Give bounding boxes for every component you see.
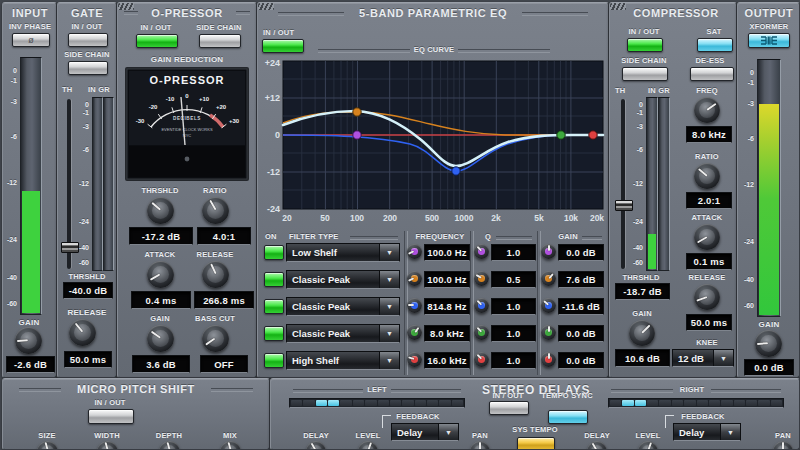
eq-band3-on-button[interactable] [264, 299, 284, 314]
eq-band1-freq-knob[interactable] [407, 244, 422, 259]
eq-band3-gain-knob[interactable] [541, 298, 556, 313]
delays-inout-button[interactable] [489, 401, 529, 415]
eq-band2-freq-value: 100.0 Hz [424, 271, 470, 288]
eq-curve-graph[interactable]: +24+12 0-12 -24 2050 100200 5001000 2k5k… [259, 57, 607, 227]
opressor-section: O-PRESSOR IN / OUT SIDE CHAIN GAIN REDUC… [117, 2, 257, 378]
pitch-depth-knob[interactable] [159, 441, 180, 450]
eq-band2-gain-knob[interactable] [541, 271, 556, 286]
opressor-attack-knob[interactable] [147, 261, 174, 288]
opressor-inout-button[interactable] [136, 34, 178, 48]
delay-right-pan-knob[interactable] [773, 441, 793, 450]
eq-band3-freq-knob[interactable] [407, 298, 422, 313]
delay-left-mode-dropdown[interactable]: Delay▼ [391, 423, 459, 441]
xformer-button[interactable] [748, 33, 790, 48]
opressor-basscut-knob[interactable] [202, 325, 229, 352]
eq-band3-node[interactable] [452, 167, 460, 175]
gate-section: GATE IN / OUT SIDE CHAIN TH IN GR 0-1 -3… [57, 2, 117, 378]
comp-sat-button[interactable] [697, 38, 733, 52]
gate-inout-label: IN / OUT [71, 22, 102, 31]
delay-right-level-knob[interactable] [638, 441, 658, 450]
comp-sidechain-label: SIDE CHAIN [621, 56, 666, 65]
corner-screw [610, 3, 626, 10]
dropdown-arrow-icon[interactable]: ▼ [379, 352, 399, 369]
eq-band2-q-knob[interactable] [474, 271, 489, 286]
eq-band4-gain-knob[interactable] [541, 325, 556, 340]
comp-attack-knob[interactable] [694, 224, 720, 250]
delay-left-pan-knob[interactable] [470, 441, 490, 450]
opressor-gain-value: 3.6 dB [132, 355, 190, 373]
comp-sidechain-button[interactable] [622, 67, 668, 81]
comp-gain-value: 10.6 dB [615, 349, 670, 367]
opressor-thrshld-knob[interactable] [147, 197, 174, 224]
eq-band5-freq-knob[interactable] [407, 352, 422, 367]
opressor-title: O-PRESSOR [151, 7, 222, 19]
opressor-release-label: RELEASE [197, 250, 234, 259]
eq-band5-gain-knob[interactable] [541, 352, 556, 367]
delay-left-delay-knob[interactable] [306, 441, 326, 450]
comp-release-knob[interactable] [694, 284, 720, 310]
comp-freq-knob[interactable] [694, 97, 720, 123]
output-gain-knob[interactable] [755, 330, 782, 357]
comp-gain-knob[interactable] [629, 320, 655, 346]
comp-knee-dropdown[interactable]: 12 dB▼ [672, 349, 734, 367]
eq-band5-q-knob[interactable] [474, 352, 489, 367]
delay-right-mode-dropdown[interactable]: Delay▼ [673, 423, 741, 441]
comp-inout-button[interactable] [627, 38, 663, 52]
svg-text:-24: -24 [267, 204, 280, 214]
comp-ratio-knob[interactable] [694, 163, 720, 189]
dropdown-arrow-icon[interactable]: ▼ [379, 298, 399, 315]
gate-sidechain-button[interactable] [68, 61, 108, 75]
pitch-inout-button[interactable] [88, 409, 134, 424]
dropdown-arrow-icon[interactable]: ▼ [713, 350, 733, 366]
eq-band1-q-value: 1.0 [491, 244, 536, 261]
eq-band2-node[interactable] [353, 108, 361, 116]
inv-phase-button[interactable]: ø [12, 33, 50, 47]
eq-band2-q-value: 0.5 [491, 271, 536, 288]
eq-band1-node[interactable] [353, 131, 361, 139]
delay-right-delay-knob[interactable] [587, 441, 607, 450]
pitch-depth-label: DEPTH [156, 431, 182, 440]
comp-sat-label: SAT [706, 27, 721, 36]
eq-band1-q-knob[interactable] [474, 244, 489, 259]
eq-band4-type-dropdown[interactable]: Classic Peak▼ [286, 324, 400, 343]
eq-band2-gain-value: 7.6 dB [558, 271, 604, 288]
eq-band5-type-dropdown[interactable]: High Shelf▼ [286, 351, 400, 370]
dropdown-arrow-icon[interactable]: ▼ [720, 424, 740, 440]
eq-band1-type-dropdown[interactable]: Low Shelf▼ [286, 243, 400, 262]
eq-band4-on-button[interactable] [264, 326, 284, 341]
opressor-gain-knob[interactable] [147, 325, 174, 352]
eq-band1-gain-knob[interactable] [541, 244, 556, 259]
eq-band3-q-knob[interactable] [474, 298, 489, 313]
output-meter-fill [759, 104, 779, 315]
comp-deess-button[interactable] [690, 67, 734, 81]
sys-tempo-button[interactable] [517, 437, 555, 450]
eq-band2-freq-knob[interactable] [407, 271, 422, 286]
dropdown-arrow-icon[interactable]: ▼ [438, 424, 458, 440]
eq-band1-on-button[interactable] [264, 245, 284, 260]
tempo-sync-button[interactable] [548, 410, 588, 424]
dropdown-arrow-icon[interactable]: ▼ [379, 325, 399, 342]
opressor-sidechain-button[interactable] [199, 34, 241, 48]
eq-band2-type-dropdown[interactable]: Classic Peak▼ [286, 270, 400, 289]
gate-inout-button[interactable] [68, 33, 108, 47]
gate-release-knob[interactable] [69, 319, 96, 346]
gate-release-label: RELEASE [67, 308, 106, 317]
eq-band4-freq-knob[interactable] [407, 325, 422, 340]
eq-band2-on-button[interactable] [264, 272, 284, 287]
opressor-release-knob[interactable] [202, 261, 229, 288]
input-gain-knob[interactable] [15, 327, 42, 354]
pitch-width-knob[interactable] [97, 441, 118, 450]
delay-left-level-knob[interactable] [358, 441, 378, 450]
eq-band5-node[interactable] [589, 131, 597, 139]
pitch-size-knob[interactable] [37, 441, 58, 450]
eq-band1-gain-value: 0.0 dB [558, 244, 604, 261]
pitch-mix-knob[interactable] [220, 441, 241, 450]
eq-band4-node[interactable] [557, 131, 565, 139]
eq-band5-on-button[interactable] [264, 353, 284, 368]
opressor-ratio-knob[interactable] [202, 197, 229, 224]
eq-band4-q-knob[interactable] [474, 325, 489, 340]
dropdown-arrow-icon[interactable]: ▼ [379, 271, 399, 288]
eq-band3-type-dropdown[interactable]: Classic Peak▼ [286, 297, 400, 316]
eq-inout-button[interactable] [262, 39, 304, 53]
dropdown-arrow-icon[interactable]: ▼ [379, 244, 399, 261]
